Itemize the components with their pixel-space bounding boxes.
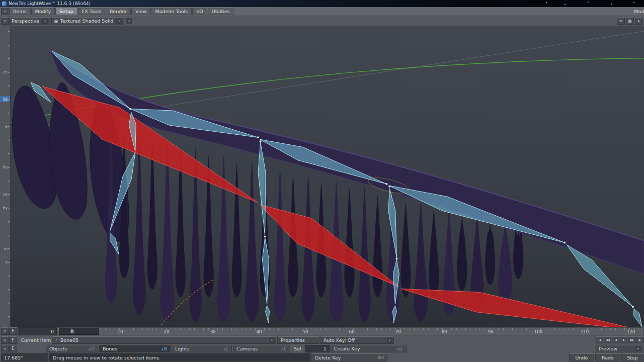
tick-label: 90 [488,329,494,334]
undo-button[interactable]: Undo [569,353,594,361]
lights-button[interactable]: Lights +L [172,345,232,352]
envelope-button[interactable]: E [9,345,17,352]
chevron-down-icon[interactable] [1,17,9,25]
lights-label: Lights [175,346,190,351]
envelope-button[interactable]: E [9,327,17,335]
menu-items[interactable]: Items [9,8,31,15]
chevron-down-icon: ▾ [8,247,10,250]
view-mode-dropdown[interactable]: Perspective [9,17,50,25]
left-strip-item[interactable]: ce▾ [0,69,10,75]
left-strip-item[interactable]: s▾ [0,259,10,265]
shading-mode-dropdown[interactable]: Textured Shaded Solid [51,17,124,25]
left-strip-item[interactable]: ▾ [0,55,10,61]
menu-modify[interactable]: Modify [31,8,55,15]
sel-count-field[interactable]: 1 [305,345,330,352]
left-strip-item[interactable]: ▾ [0,177,10,184]
timeline-slider-handle[interactable]: 0 [59,328,99,335]
left-strip-item[interactable]: ▾ [0,42,10,48]
delete-key-button[interactable]: Delete Key del [311,353,387,361]
menu-io[interactable]: I/O [192,8,207,15]
star-decoration [588,2,589,3]
left-strip-item[interactable]: ▾ [0,110,10,116]
shading-mode-label: Textured Shaded Solid [60,18,114,24]
tick-label: 110 [581,329,589,334]
left-strip-item[interactable]: ▾ [0,300,10,306]
objects-button[interactable]: Objects +O [46,345,98,352]
left-strip-item[interactable]: ▾ [0,150,10,156]
menu-bar: Items Modify Setup FX Tools Render View … [0,7,644,16]
rotation-angle-field: 17.685° [1,353,48,361]
previous-keyframe-button[interactable]: ◀◀ [604,336,611,343]
chevron-down-icon[interactable] [126,18,132,24]
tick-label: 70 [395,329,401,334]
create-key-button[interactable]: Create Key ret [331,345,407,352]
cameras-button[interactable]: Cameras +C [233,345,290,352]
chevron-down-icon: ▾ [8,274,10,278]
list-icon[interactable]: ≡ [617,17,625,25]
menu-fx-tools[interactable]: FX Tools [78,8,105,15]
expand-icon[interactable]: ▸ [635,17,643,25]
chevron-down-icon[interactable] [1,327,9,335]
menu-utilities[interactable]: Utilities [208,8,234,15]
menu-right-truncated: Mod [634,9,644,14]
shaded-cube-icon [54,18,58,24]
viewport-3d[interactable] [11,26,644,327]
bones-button[interactable]: Bones +B [99,345,171,352]
play-reverse-button[interactable]: ◀ [612,336,619,343]
frame-number-field[interactable]: 0 [18,327,57,335]
auto-key-dropdown[interactable]: Auto Key: Off [320,336,394,344]
go-to-start-button[interactable]: |◀ [596,336,603,343]
tick-label: 60 [349,329,355,334]
step-button[interactable]: Step [621,353,643,361]
tick-label: 120 [627,329,635,334]
window-title-bar: NewTek LightWave™ 11.6.3 (Win64) [0,0,644,7]
envelope-button[interactable]: E [9,336,17,344]
properties-button[interactable]: Properties [277,336,319,344]
redo-button[interactable]: Redo [595,353,620,361]
tick-label: 40 [257,329,262,334]
left-strip-label-fragment: ne [3,192,8,197]
tick-label: 20 [164,329,170,334]
chevron-down-icon: ▾ [8,260,10,264]
current-item-value: Bone05 [60,337,268,343]
go-to-end-button[interactable]: ▶| [636,336,643,343]
current-item-dropdown[interactable]: Bone05 [52,336,276,344]
left-strip-item[interactable]: e▾ [0,123,10,129]
viewport-3d-scene[interactable] [11,26,644,327]
menu-setup[interactable]: Setup [55,8,77,15]
left-strip-item[interactable]: ▾ [0,28,10,34]
left-strip-item[interactable]: 58▾ [0,96,10,102]
left-strip-item[interactable]: ▾ [0,232,10,238]
chevron-down-icon[interactable] [1,336,9,344]
chevron-down-icon: ▾ [8,233,10,237]
left-strip-item[interactable]: ▾ [0,313,10,319]
left-strip-item[interactable]: ▾ [0,137,10,143]
chevron-down-icon[interactable] [1,8,9,15]
play-forward-button[interactable]: ▶ [620,336,627,343]
left-strip-label-fragment: 58 [3,97,8,102]
left-strip-item[interactable]: hy▾ [0,164,10,170]
left-strip-item[interactable]: ne▾ [0,191,10,197]
grid-icon[interactable]: ▦ [626,17,634,25]
objects-shortcut: +O [85,346,95,351]
menu-modeler-tools[interactable]: Modeler Tools [151,8,192,15]
left-strip-item[interactable]: ▾ [0,218,10,224]
left-strip-item[interactable]: ▾ [0,82,10,88]
spacer [388,353,569,361]
left-strip-item[interactable]: ▾ [0,286,10,292]
preview-dropdown[interactable]: Preview [596,345,642,352]
delete-key-shortcut: del [374,355,384,360]
next-keyframe-button[interactable]: ▶▶ [628,336,635,343]
timeline-ruler[interactable]: 0 0 10 20 30 40 50 60 70 80 90 100 110 1… [58,327,643,335]
chevron-down-icon: ▾ [8,111,10,115]
left-strip-item[interactable]: hy▾ [0,205,10,211]
viewport-toolbar: Perspective Textured Shaded Solid ≡ ▦ ▸ [0,16,644,26]
bones-shortcut: +B [157,346,167,351]
left-strip-item[interactable]: m▾ [0,245,10,251]
menu-view[interactable]: View [131,8,151,15]
menu-render[interactable]: Render [106,8,131,15]
left-tool-strip[interactable]: ▾▾▾ce▾▾58▾▾e▾▾▾hy▾▾ne▾hy▾▾▾m▾s▾▾▾▾▾ [0,26,11,327]
chevron-down-icon[interactable] [1,345,9,352]
left-strip-item[interactable]: ▾ [0,273,10,279]
spacer [18,345,46,352]
